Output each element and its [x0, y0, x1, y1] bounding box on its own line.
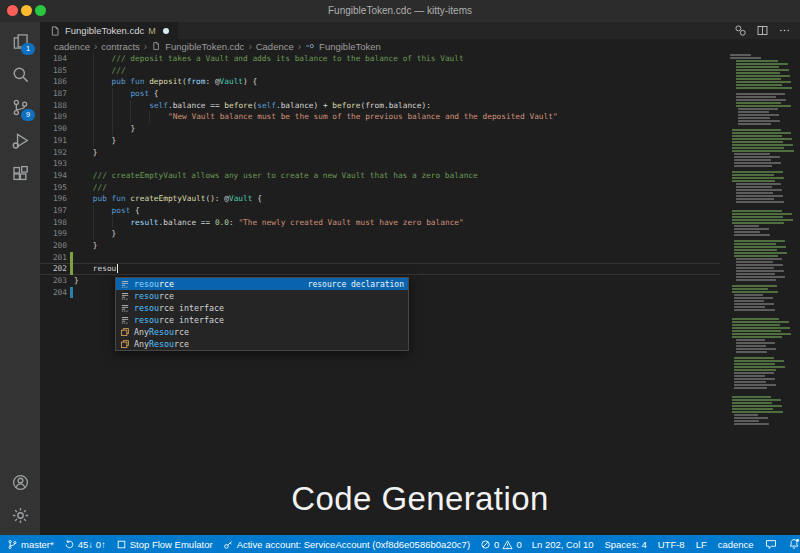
close-window-button[interactable] [7, 5, 18, 16]
minimap-line [732, 321, 789, 323]
cursor-position-item[interactable]: Ln 202, Col 10 [532, 539, 594, 550]
extensions-icon[interactable] [0, 157, 40, 190]
code-line[interactable]: 198result.balance == 0.0: "The newly cre… [40, 217, 720, 229]
minimap-line [726, 204, 796, 206]
minimap-line [726, 126, 796, 128]
suggestion-item[interactable]: resource interface [116, 314, 408, 326]
minimap-line [726, 393, 796, 395]
symbol-class-icon [120, 327, 130, 337]
settings-gear-icon[interactable] [0, 499, 40, 532]
minimap-line [732, 210, 782, 212]
minimap-line [736, 261, 773, 263]
line-number: 185 [40, 65, 67, 77]
suggestion-item[interactable]: resource [116, 290, 408, 302]
code-text: /// createEmptyVault allows any user to … [74, 170, 478, 182]
suggestion-item[interactable]: resourceresource declaration [116, 278, 408, 290]
encoding-item[interactable]: UTF-8 [658, 539, 685, 550]
code-line[interactable]: 190} [40, 123, 720, 135]
minimap-line [734, 234, 770, 236]
line-number: 188 [40, 100, 67, 112]
code-line[interactable]: 193 [40, 158, 720, 170]
code-line[interactable]: 188self.balance == before(self.balance) … [40, 100, 720, 112]
code-line[interactable]: 189"New Vault balance must be the sum of… [40, 111, 720, 123]
breadcrumb-item-cadence[interactable]: cadence [54, 41, 90, 52]
open-changes-icon[interactable] [734, 24, 747, 37]
sync-item[interactable]: 45↓ 0↑ [64, 539, 106, 550]
line-number: 201 [40, 252, 67, 264]
breadcrumb-item-symbol[interactable]: FungibleToken [319, 41, 381, 52]
breadcrumb-item-language[interactable]: Cadence [256, 41, 294, 52]
code-line[interactable]: 196pub fun createEmptyVault(): @Vault { [40, 193, 720, 205]
minimap-line [736, 198, 774, 200]
code-line[interactable]: 195/// [40, 182, 720, 194]
zoom-window-button[interactable] [35, 5, 46, 16]
split-editor-icon[interactable] [756, 24, 769, 37]
run-debug-icon[interactable] [0, 124, 40, 157]
breadcrumb-item-contracts[interactable]: contracts [101, 41, 140, 52]
minimap[interactable] [726, 54, 796, 426]
code-line[interactable]: 202resou [40, 263, 720, 275]
feedback-icon[interactable] [765, 538, 777, 550]
code-text: /// deposit takes a Vault and adds its b… [74, 53, 464, 65]
line-number: 190 [40, 123, 67, 135]
minimap-line [734, 228, 769, 230]
symbol-contract-icon [305, 41, 315, 51]
code-line[interactable]: 201 [40, 252, 720, 264]
more-actions-icon[interactable] [778, 24, 791, 37]
code-line[interactable]: 197post { [40, 205, 720, 217]
suggest-widget: resourceresource declarationresourcereso… [115, 277, 409, 351]
code-line[interactable]: 199} [40, 228, 720, 240]
suggestion-item[interactable]: AnyResource [116, 326, 408, 338]
suggestion-detail: resource declaration [308, 280, 404, 289]
line-number: 198 [40, 217, 67, 229]
eol-item[interactable]: LF [696, 539, 707, 550]
problems-item[interactable]: 0 0 [480, 539, 522, 550]
unsaved-dot[interactable] [163, 28, 169, 34]
explorer-icon[interactable]: 1 [0, 25, 40, 58]
code-line[interactable]: 186pub fun deposit(from: @Vault) { [40, 76, 720, 88]
editor[interactable]: 184/// deposit takes a Vault and adds it… [40, 53, 800, 535]
code-line[interactable]: 187post { [40, 88, 720, 100]
indentation-item[interactable]: Spaces: 4 [604, 539, 646, 550]
minimap-line [732, 330, 781, 332]
minimap-line [734, 165, 772, 167]
code-text: } [74, 240, 98, 252]
minimap-line [732, 132, 791, 134]
search-icon[interactable] [0, 58, 40, 91]
minimap-line [734, 369, 776, 371]
code-line[interactable]: 200} [40, 240, 720, 252]
git-modified-badge: M [148, 26, 156, 36]
git-branch-item[interactable]: master* [7, 539, 54, 550]
editor-tab[interactable]: FungibleToken.cdc M [40, 22, 178, 39]
language-mode-item[interactable]: cadence [718, 539, 754, 550]
bell-icon[interactable] [788, 538, 800, 550]
minimap-line [736, 105, 791, 107]
window-titlebar: FungibleToken.cdc — kitty-items [0, 0, 800, 22]
code-line[interactable]: 184/// deposit takes a Vault and adds it… [40, 53, 720, 65]
code-line[interactable]: 192} [40, 147, 720, 159]
minimize-window-button[interactable] [21, 5, 32, 16]
suggestion-item[interactable]: resource interface [116, 302, 408, 314]
active-account-item[interactable]: Active account: ServiceAccount (0xf8d6e0… [223, 539, 470, 550]
breadcrumb-item-file[interactable]: FungibleToken.cdc [165, 41, 244, 52]
activity-bar: 1 9 [0, 22, 40, 535]
snippet-icon [120, 279, 130, 289]
minimap-line [736, 183, 781, 185]
source-control-icon[interactable]: 9 [0, 91, 40, 124]
code-line[interactable]: 191} [40, 135, 720, 147]
minimap-line [734, 225, 759, 227]
minimap-line [736, 75, 790, 77]
minimap-line [732, 333, 791, 335]
minimap-line [726, 207, 796, 209]
minimap-line [732, 336, 782, 338]
code-area[interactable]: 184/// deposit takes a Vault and adds it… [40, 53, 800, 298]
minimap-line [732, 141, 783, 143]
stop-emulator-item[interactable]: Stop Flow Emulator [116, 539, 213, 550]
account-icon[interactable] [0, 466, 40, 499]
minimap-line [734, 300, 764, 302]
code-line[interactable]: 185/// [40, 65, 720, 77]
code-line[interactable]: 194/// createEmptyVault allows any user … [40, 170, 720, 182]
line-number: 199 [40, 228, 67, 240]
minimap-line [738, 114, 779, 116]
suggestion-item[interactable]: AnyResource [116, 338, 408, 350]
